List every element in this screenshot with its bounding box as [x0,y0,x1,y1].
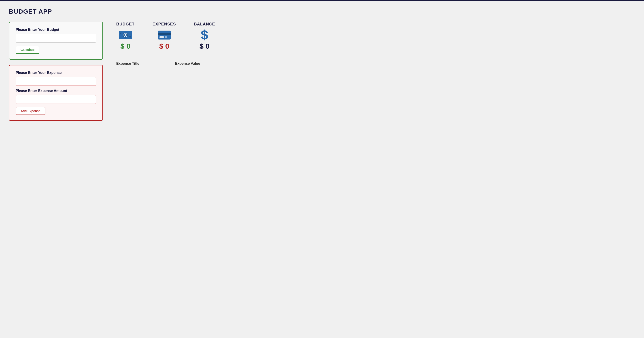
svg-rect-7 [158,33,170,35]
expense-amount-label: Please Enter Expense Amount [16,89,96,93]
main-layout: Please Enter Your Budget Calculate Pleas… [9,22,635,121]
card-icon [157,30,172,40]
expenses-value: $ 0 [159,42,169,50]
add-expense-button[interactable]: Add Expense [16,107,46,115]
budget-value: $ 0 [120,42,130,50]
expense-title-input[interactable] [16,77,96,86]
budget-stat-title: BUDGET [116,22,134,26]
left-panel: Please Enter Your Budget Calculate Pleas… [9,22,103,121]
stats-row: BUDGET 1 $ 0 EXPENSES [116,22,635,50]
expenses-stat: EXPENSES $ 0 [152,22,176,50]
dollar-sign-icon: $ [201,28,208,42]
svg-text:1: 1 [125,34,126,37]
expense-form: Please Enter Your Expense Please Enter E… [9,65,103,121]
svg-rect-9 [165,36,167,38]
svg-rect-8 [160,36,164,38]
expense-amount-input[interactable] [16,95,96,104]
app-title: BUDGET APP [9,8,635,15]
balance-amount: 0 [206,42,210,50]
svg-rect-4 [120,33,122,34]
budget-form-label: Please Enter Your Budget [16,28,96,32]
expense-value-column: Expense Value [175,62,200,66]
expenses-symbol: $ [159,42,165,50]
expense-title-column: Expense Title [116,62,139,66]
expense-title-label: Please Enter Your Expense [16,71,96,75]
balance-symbol: $ [200,42,206,50]
balance-stat: BALANCE $ $ 0 [194,22,215,50]
dollar-icon: $ [198,30,212,40]
budget-amount: 0 [126,42,130,50]
budget-symbol: $ [120,42,126,50]
svg-rect-5 [130,36,131,37]
expense-list-header: Expense Title Expense Value [116,59,635,66]
expenses-stat-title: EXPENSES [152,22,176,26]
balance-value: $ 0 [200,42,209,50]
money-icon: 1 [118,30,132,40]
right-panel: BUDGET 1 $ 0 EXPENSES [116,22,635,66]
calculate-button[interactable]: Calculate [16,46,39,54]
budget-input[interactable] [16,34,96,43]
balance-stat-title: BALANCE [194,22,215,26]
budget-form: Please Enter Your Budget Calculate [9,22,103,60]
expenses-amount: 0 [165,42,169,50]
budget-stat: BUDGET 1 $ 0 [116,22,134,50]
